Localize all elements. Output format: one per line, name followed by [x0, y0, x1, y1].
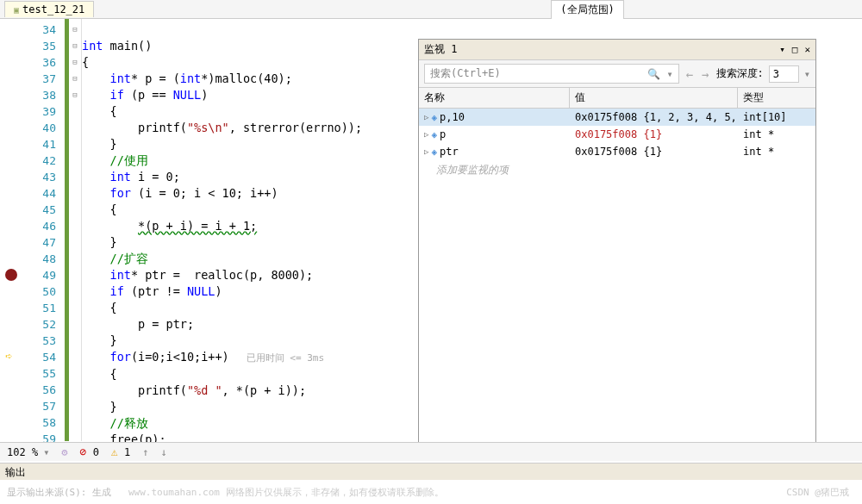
search-icon[interactable]: 🔍 ▾ — [647, 68, 672, 80]
tab-label: test_12_21 — [22, 3, 84, 16]
nav-back-icon[interactable]: ← — [684, 67, 695, 81]
status-bar: 102 %▾ ⚙ ⊘ 0 ⚠ 1 ↑ ↓ — [0, 442, 862, 461]
watch-title-bar[interactable]: 监视 1 ▾ □ ✕ — [419, 40, 815, 60]
add-watch-item[interactable]: 添加要监视的项 — [419, 160, 815, 180]
col-type[interactable]: 类型 — [738, 88, 815, 108]
col-name[interactable]: 名称 — [419, 88, 570, 108]
dropdown-icon[interactable]: ▾ — [804, 68, 810, 80]
watch-columns: 名称 值 类型 — [419, 88, 815, 109]
expand-icon[interactable]: ▷ — [424, 130, 428, 139]
current-line-arrow: ➪ — [5, 349, 12, 363]
col-value[interactable]: 值 — [570, 88, 738, 108]
watch-row[interactable]: ▷◈ p0x0175f008 {1}int * — [419, 126, 815, 143]
error-count[interactable]: ⊘ 0 — [80, 445, 99, 458]
watermark: 显示输出来源(S): 生成 www.toumahan.com 网络图片仅供展示，… — [7, 486, 444, 499]
output-panel-title[interactable]: 输出 — [0, 463, 862, 480]
breakpoint-icon[interactable] — [5, 269, 17, 281]
fold-column[interactable]: ⊟ ⊟ ⊟ ⊟ ⊟ — [69, 19, 82, 441]
watch-panel: 监视 1 ▾ □ ✕ 搜索(Ctrl+E) 🔍 ▾ ← → 搜索深度: 3 ▾ … — [418, 39, 816, 459]
line-numbers: 34 35 36 37 38 39 40 41 42 43 44 45 46 4… — [26, 19, 65, 441]
zoom-control[interactable]: 102 %▾ — [7, 446, 49, 458]
tab-bar: ▣ test_12_21 (全局范围) — [0, 0, 862, 19]
window-controls: ▾ □ ✕ — [779, 44, 810, 55]
close-icon[interactable]: ✕ — [804, 44, 810, 55]
cube-icon: ◈ — [431, 112, 437, 123]
nav-up-icon[interactable]: ↑ — [142, 446, 148, 458]
watch-search-bar: 搜索(Ctrl+E) 🔍 ▾ ← → 搜索深度: 3 ▾ — [419, 60, 815, 88]
expand-icon[interactable]: ▷ — [424, 113, 428, 121]
watch-row[interactable]: ▷◈ ptr0x0175f008 {1}int * — [419, 143, 815, 160]
file-tab[interactable]: ▣ test_12_21 — [4, 1, 94, 17]
scope-dropdown[interactable]: (全局范围) — [551, 0, 623, 19]
depth-input[interactable]: 3 — [769, 65, 799, 83]
search-input[interactable]: 搜索(Ctrl+E) 🔍 ▾ — [424, 64, 679, 84]
file-icon: ▣ — [14, 5, 19, 15]
nav-down-icon[interactable]: ↓ — [160, 446, 166, 458]
lightbulb-icon[interactable]: ⚙ — [61, 446, 67, 458]
depth-label: 搜索深度: — [716, 66, 764, 81]
watch-body[interactable]: ▷◈ p,100x0175f008 {1, 2, 3, 4, 5, 6, 7, … — [419, 109, 815, 445]
cube-icon: ◈ — [431, 146, 437, 158]
watch-row[interactable]: ▷◈ p,100x0175f008 {1, 2, 3, 4, 5, 6, 7, … — [419, 109, 815, 126]
dropdown-icon[interactable]: ▾ — [779, 44, 785, 55]
csdn-watermark: CSDN @猪巴戒 — [786, 486, 849, 499]
cube-icon: ◈ — [431, 129, 437, 140]
gutter — [0, 19, 26, 441]
expand-icon[interactable]: ▷ — [424, 147, 428, 156]
warning-count[interactable]: ⚠ 1 — [111, 445, 130, 458]
nav-fwd-icon[interactable]: → — [700, 67, 710, 81]
maximize-icon[interactable]: □ — [792, 44, 798, 55]
watch-title: 监视 1 — [424, 42, 457, 57]
